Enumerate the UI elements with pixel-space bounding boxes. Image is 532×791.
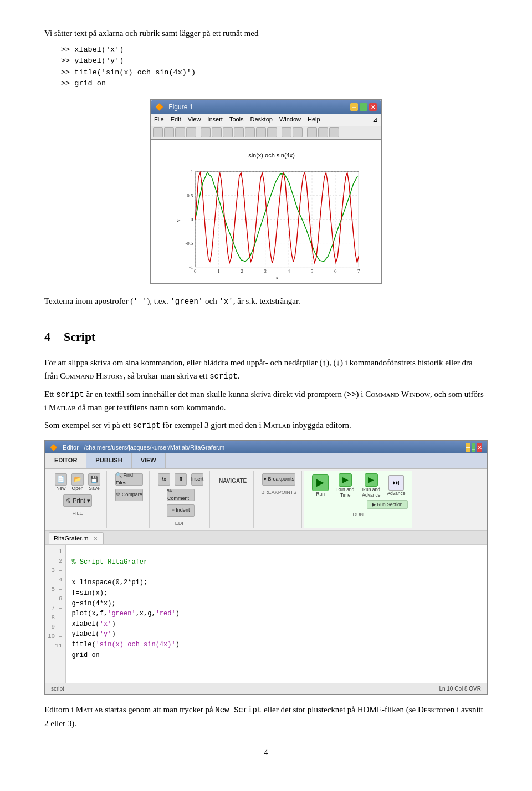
menu-edit[interactable]: Edit	[171, 115, 181, 125]
file-group-label: FILE	[72, 510, 83, 518]
menu-file[interactable]: File	[154, 115, 164, 125]
breakpoints-icon: ● Breakpoints	[262, 473, 295, 486]
edit-btns-row2: % Comment	[165, 488, 196, 502]
ribbon-content: 📄 New 📂 Open 💾 Save 🖨 Print ▾ FILE	[45, 469, 487, 532]
menu-help[interactable]: Help	[308, 115, 320, 125]
btn-print[interactable]: 🖨 Print ▾	[61, 493, 94, 508]
btn-breakpoints[interactable]: ● Breakpoints	[260, 472, 297, 487]
toolbar-colorbar[interactable]	[282, 127, 291, 137]
figure-titlebar: 🔶 Figure 1 ─ □ ✕	[151, 100, 381, 114]
ribbon-group-findcompare: 🔍 Find Files ⚖ Compare	[109, 471, 150, 529]
toolbar-b2[interactable]	[318, 127, 328, 137]
toolbar-zoom-in[interactable]	[212, 127, 222, 137]
svg-text:y: y	[175, 219, 181, 222]
btn-indent[interactable]: ≡ Indent	[165, 503, 196, 518]
svg-text:0.5: 0.5	[187, 192, 193, 198]
toolbar-pan[interactable]	[234, 127, 244, 137]
svg-text:3: 3	[264, 268, 267, 274]
svg-text:6: 6	[334, 268, 337, 274]
toolbar-legend[interactable]	[293, 127, 303, 137]
run-time-icon: ▶	[339, 473, 352, 487]
print-icon: 🖨 Print ▾	[63, 494, 92, 507]
tab-editor[interactable]: EDITOR	[45, 453, 86, 468]
caption1-code1: 'green'	[170, 297, 203, 306]
menu-desktop[interactable]: Desktop	[250, 115, 273, 125]
toolbar-new[interactable]	[153, 127, 163, 137]
tab-view[interactable]: VIEW	[132, 453, 166, 468]
editor-window: 🔶 Editor - /chalmers/users/jacques/kurse…	[44, 440, 488, 696]
code-content[interactable]: % Script RitaGrafer x=linspace(0,2*pi); …	[66, 545, 487, 683]
caption1-code2: 'x'	[219, 297, 233, 306]
toolbar-arrow[interactable]	[201, 127, 211, 137]
indent-icon: ≡ Indent	[167, 504, 195, 517]
caption1-text1: Texterna inom apostrofer (	[44, 297, 133, 305]
btn-compare[interactable]: ⚖ Compare	[114, 488, 145, 502]
btn-open-label: Open	[72, 486, 84, 491]
svg-text:4: 4	[288, 268, 290, 274]
editor-maximize-btn[interactable]: □	[472, 443, 475, 452]
caption1-apostrophes: ' '	[133, 297, 147, 306]
menu-view[interactable]: View	[188, 115, 201, 125]
toolbar-b1[interactable]	[307, 127, 317, 137]
btn-insert[interactable]: Insert	[190, 472, 205, 487]
toolbar-datacursor[interactable]	[256, 127, 266, 137]
maximize-btn[interactable]: □	[360, 103, 367, 111]
findcompare-btns2: ⚖ Compare	[114, 488, 145, 502]
menu-extra: ⊿	[372, 115, 378, 125]
intro-commands: >> xlabel('x') >> ylabel('y') >> title('…	[61, 44, 488, 89]
file-btns-row1: 📄 New 📂 Open 💾 Save	[53, 472, 102, 492]
figure-caption: Texterna inom apostrofer (' '), t.ex. 'g…	[44, 294, 488, 308]
navigate-label: NAVIGATE	[217, 472, 249, 489]
close-btn[interactable]: ✕	[369, 103, 377, 111]
ribbon-group-file: 📄 New 📂 Open 💾 Save 🖨 Print ▾ FILE	[49, 471, 107, 529]
run-large-icon: ▶	[312, 474, 329, 491]
intro-line1: Vi sätter text på axlarna och rubrik sam…	[44, 27, 488, 40]
figure-menubar: File Edit View Insert Tools Desktop Wind…	[151, 114, 381, 126]
menu-window[interactable]: Window	[279, 115, 301, 125]
menu-tools[interactable]: Tools	[229, 115, 244, 125]
toolbar-b3[interactable]	[329, 127, 339, 137]
btn-comment[interactable]: % Comment	[165, 488, 196, 502]
open-icon: 📂	[71, 473, 84, 486]
plot-area: sin(x) och sin(4x)	[151, 139, 381, 283]
editor-body: 1 2 3 – 4 5 – 6 7 – 8 – 9 – 10 – 11 % Sc…	[45, 545, 487, 683]
tab-publish[interactable]: PUBLISH	[86, 453, 131, 468]
toolbar-save[interactable]	[175, 127, 185, 137]
btn-fx[interactable]: fx	[156, 472, 172, 487]
editor-minimize-btn[interactable]: ─	[466, 443, 470, 452]
toolbar-brush[interactable]	[267, 127, 277, 137]
btn-new-label: New	[56, 486, 65, 491]
toolbar-open[interactable]	[164, 127, 174, 137]
toolbar-rotate[interactable]	[245, 127, 255, 137]
figure-title: 🔶 Figure 1	[155, 102, 193, 112]
run-large-label: Run	[316, 491, 325, 497]
caption2-desktop: Desktop	[418, 705, 447, 714]
btn-save-label: Save	[89, 486, 99, 491]
btn-findfiles[interactable]: 🔍 Find Files	[114, 472, 145, 487]
para2: Ett script är en textfil som innehåller …	[44, 387, 488, 414]
btn-up-arrow[interactable]: ⬆	[173, 472, 188, 487]
run-time-label: Run andTime	[336, 487, 354, 498]
btn-advance[interactable]: ⏭ Advance	[385, 474, 407, 497]
editor-filetab[interactable]: RitaGrafer.m ✕	[49, 532, 104, 544]
toolbar-zoom-out[interactable]	[223, 127, 233, 137]
editor-close-btn[interactable]: ✕	[477, 443, 482, 452]
filetab-close[interactable]: ✕	[93, 535, 98, 542]
svg-text:7: 7	[357, 268, 360, 274]
edit-group-label: EDIT	[175, 520, 187, 528]
caption1-and: och	[203, 297, 219, 305]
toolbar-print[interactable]	[186, 127, 196, 137]
btn-save[interactable]: 💾 Save	[86, 472, 102, 492]
line-numbers: 1 2 3 – 4 5 – 6 7 – 8 – 9 – 10 – 11	[45, 545, 66, 683]
caption1-text2: ), t.ex.	[147, 297, 170, 305]
btn-open[interactable]: 📂 Open	[70, 472, 85, 492]
minimize-btn[interactable]: ─	[350, 103, 358, 111]
code-line-4: f=sin(x);	[71, 589, 108, 597]
svg-text:-1: -1	[189, 264, 193, 269]
btn-run-section[interactable]: ▶ Run Section	[367, 500, 408, 509]
btn-run-time[interactable]: ▶ Run andTime	[333, 472, 357, 499]
menu-insert[interactable]: Insert	[207, 115, 223, 125]
btn-new[interactable]: 📄 New	[53, 472, 69, 492]
btn-run-advance[interactable]: ▶ Run andAdvance	[359, 472, 383, 499]
btn-run-large[interactable]: ▶ Run	[309, 473, 332, 498]
